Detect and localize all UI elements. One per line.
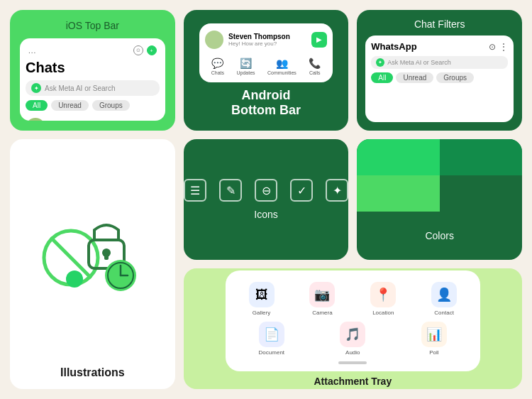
tray-handle [338,361,367,364]
icon-sparkle: ✦ [326,179,348,202]
android-header: Steven Thompson Hey! How are you? ▶ [205,31,327,49]
chat-filters-title: Chat Filters [414,18,465,30]
audio-icon: 🎵 [340,322,365,347]
tray-row-1: 🖼 Gallery 📷 Camera 📍 Location 👤 Contact [234,282,472,316]
document-icon: 📄 [259,322,284,347]
color-swatch-3 [357,175,439,212]
gallery-label: Gallery [253,310,270,316]
filter-unread-chat[interactable]: Unread [396,72,433,83]
location-icon: 📍 [370,282,396,307]
filter-all-chat[interactable]: All [371,72,393,83]
wa-action-icons: ⊙ ⋮ [489,42,508,52]
phone-dots: ... [28,47,36,55]
android-card-title: AndroidBottom Bar [231,88,301,118]
chats-title: Chats [26,60,160,76]
color-swatch-1 [357,139,439,175]
tray-audio[interactable]: 🎵 Audio [315,322,390,356]
calls-nav-label: Calls [309,70,321,75]
tray-camera[interactable]: 📷 Camera [294,282,350,316]
icons-row: ☰ ✎ ⊖ ✓ ✦ [184,179,348,202]
colors-label-area: Colors [425,212,453,260]
communities-nav-icon: 👥 [276,58,288,69]
tray-contact[interactable]: 👤 Contact [416,282,472,316]
chat-item-besties[interactable]: B Besties Sarah: For tn… 🐦 11:26 AM ★ [26,115,160,121]
illustration-art [35,149,149,366]
tray-gallery[interactable]: 🖼 Gallery [234,282,289,316]
filters-pills: All Unread Groups [371,72,508,83]
android-header-text: Steven Thompson Hey! How are you? [228,33,306,47]
filter-pills: All Unread Groups [26,100,160,111]
phone-mock: ... ⊙ + Chats ✦ Ask Meta AI or Search Al… [20,38,165,121]
svg-rect-4 [104,253,109,260]
ios-top-bar-card: iOS Top Bar ... ⊙ + Chats ✦ Ask Meta AI … [10,10,175,131]
android-nav: 💬 Chats 🔄 Updates 👥 Communities 📞 Calls [205,55,327,75]
android-person-name: Steven Thompson [228,33,306,40]
ai-search-icon: ✦ [376,58,384,67]
poll-label: Poll [429,349,438,356]
updates-nav-icon: 🔄 [240,58,252,69]
camera-label: Camera [312,310,332,316]
android-person-status: Hey! How are you? [228,40,306,47]
ios-top-bar-title: iOS Top Bar [20,20,165,31]
illustrations-title: Illustrations [60,366,125,379]
calls-nav-icon: 📞 [309,58,321,69]
location-label: Location [372,310,394,316]
avatar-besties: B [26,118,45,121]
nav-updates[interactable]: 🔄 Updates [236,58,255,75]
tray-row-2: 📄 Document 🎵 Audio 📊 Poll [234,322,472,356]
svg-point-9 [66,270,83,288]
tray-poll[interactable]: 📊 Poll [397,322,472,356]
colors-title: Colors [425,230,453,241]
icon-edit: ✎ [219,179,242,202]
illustrations-card: Illustrations [10,139,175,389]
icon-list: ☰ [184,179,206,202]
poll-icon: 📊 [421,322,447,347]
chats-nav-label: Chats [211,70,224,75]
android-bottom-bar-card: Steven Thompson Hey! How are you? ▶ 💬 Ch… [184,10,349,131]
filter-groups[interactable]: Groups [92,100,130,111]
color-swatch-2 [440,139,522,175]
icons-card: ☰ ✎ ⊖ ✓ ✦ Icons [184,139,349,260]
android-call-btn[interactable]: ▶ [311,32,327,48]
contact-icon: 👤 [431,282,457,307]
phone-top-bar: ... ⊙ + [26,44,160,57]
colors-swatches [357,139,522,212]
filters-search-bar[interactable]: ✦ Ask Meta AI or Search [371,56,508,69]
video-icon: ▶ [316,35,322,43]
nav-calls[interactable]: 📞 Calls [309,58,321,75]
tray-location[interactable]: 📍 Location [355,282,411,316]
filters-mock: WhatsApp ⊙ ⋮ ✦ Ask Meta AI or Search All… [365,35,514,122]
menu-icon[interactable]: ⋮ [499,42,508,52]
camera-icon[interactable]: ⊙ [489,42,496,52]
search-placeholder: Ask Meta AI or Search [45,84,116,92]
chats-nav-icon: 💬 [211,58,223,69]
nav-chats[interactable]: 💬 Chats [211,58,224,75]
wa-logo: WhatsApp [371,41,416,52]
colors-card: Colors [357,139,522,260]
icons-title: Icons [254,209,277,220]
phone-icons: ⊙ + [133,45,157,55]
camera-icon: ⊙ [133,45,143,55]
contact-label: Contact [434,310,454,316]
chat-info-besties: Besties Sarah: For tn… 🐦 [50,120,131,121]
android-avatar [205,31,223,49]
audio-label: Audio [345,349,360,356]
camera-tray-icon: 📷 [309,282,335,307]
filter-unread[interactable]: Unread [51,100,89,111]
filter-all[interactable]: All [26,100,48,111]
chat-filters-card: Chat Filters WhatsApp ⊙ ⋮ ✦ Ask Meta AI … [357,10,522,131]
meta-ai-icon: ✦ [31,83,41,93]
search-bar[interactable]: ✦ Ask Meta AI or Search [26,80,160,96]
chat-name-besties: Besties [50,120,131,121]
wa-header: WhatsApp ⊙ ⋮ [371,41,508,52]
communities-nav-label: Communities [267,70,297,75]
icon-shield: ⊖ [255,179,277,202]
attachment-tray-card: 🖼 Gallery 📷 Camera 📍 Location 👤 Contact … [184,268,522,389]
filters-search-placeholder: Ask Meta AI or Search [387,59,451,66]
tray-document[interactable]: 📄 Document [234,322,309,356]
updates-nav-label: Updates [236,70,255,75]
filter-groups-chat[interactable]: Groups [436,72,474,83]
nav-communities[interactable]: 👥 Communities [267,58,297,75]
color-swatch-4 [440,175,522,212]
android-mock: Steven Thompson Hey! How are you? ▶ 💬 Ch… [199,23,333,82]
